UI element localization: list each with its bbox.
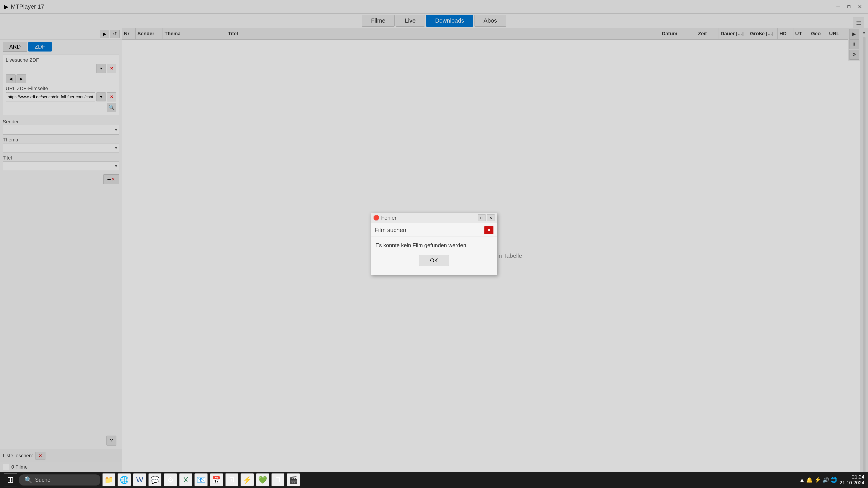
dialog-title-text: Fehler: [381, 215, 476, 221]
dialog-close-x-btn[interactable]: ✕: [485, 226, 493, 234]
taskbar-btn-discord[interactable]: 💬: [148, 473, 162, 487]
taskbar-btn-calendar[interactable]: 📅: [210, 473, 223, 487]
dialog-close-btn[interactable]: ✕: [487, 215, 495, 221]
taskbar-btn-app1[interactable]: 🗓: [225, 473, 239, 487]
dialog-section-title: Film suchen: [375, 227, 406, 234]
dialog-ok-button[interactable]: OK: [419, 255, 449, 266]
taskbar-time: 21:24: [839, 474, 864, 480]
dialog-title-btns: □ ✕: [477, 215, 495, 221]
taskbar-search[interactable]: 🔍 Suche: [19, 475, 100, 486]
tray-icon-2: 🔔: [806, 477, 813, 483]
taskbar-clock: 21:24 21.10.2024: [839, 474, 864, 486]
taskbar-btn-excel[interactable]: X: [179, 473, 193, 487]
taskbar-btn-outlook[interactable]: 📧: [194, 473, 208, 487]
taskbar-btn-app2[interactable]: ⚡: [241, 473, 254, 487]
taskbar: ⊞ 🔍 Suche 📁 🌐 W 💬 ⚙ X 📧 📅 🗓 ⚡ 💚 🗒 🎬 ▲ 🔔 …: [0, 472, 868, 488]
dialog-footer: OK: [375, 255, 493, 271]
tray-icon-5: 🌐: [831, 477, 837, 483]
taskbar-btn-app3[interactable]: 🎬: [287, 473, 300, 487]
taskbar-right: ▲ 🔔 ⚡ 🔊 🌐 21:24 21.10.2024: [799, 474, 864, 486]
dialog-section-header: Film suchen ✕: [371, 223, 497, 237]
taskbar-btn-browser[interactable]: 🌐: [118, 473, 131, 487]
taskbar-btn-settings[interactable]: ⚙: [164, 473, 177, 487]
tray-icon-3: ⚡: [814, 477, 821, 483]
taskbar-search-text: Suche: [35, 477, 51, 483]
dialog-message: Es konnte kein Film gefunden werden.: [375, 242, 493, 249]
taskbar-btn-whatsapp[interactable]: 💚: [256, 473, 270, 487]
dialog-body: Es konnte kein Film gefunden werden. OK: [371, 237, 497, 275]
tray-icon-4: 🔊: [822, 477, 829, 483]
taskbar-btn-file-explorer[interactable]: 📁: [102, 473, 116, 487]
taskbar-btn-onenote[interactable]: 🗒: [271, 473, 285, 487]
taskbar-date: 21.10.2024: [839, 480, 864, 486]
taskbar-tray: ▲ 🔔 ⚡ 🔊 🌐: [799, 477, 837, 483]
dialog-title-icon: 🛑: [373, 215, 379, 221]
start-button[interactable]: ⊞: [4, 473, 17, 487]
error-dialog: 🛑 Fehler □ ✕ Film suchen ✕ Es konnte kei…: [371, 213, 497, 275]
modal-overlay: 🛑 Fehler □ ✕ Film suchen ✕ Es konnte kei…: [0, 0, 868, 488]
tray-icon-1: ▲: [799, 477, 805, 483]
taskbar-search-icon: 🔍: [24, 476, 32, 484]
taskbar-btn-word[interactable]: W: [133, 473, 147, 487]
dialog-title-bar: 🛑 Fehler □ ✕: [371, 213, 497, 223]
dialog-maximize-btn[interactable]: □: [477, 215, 486, 221]
